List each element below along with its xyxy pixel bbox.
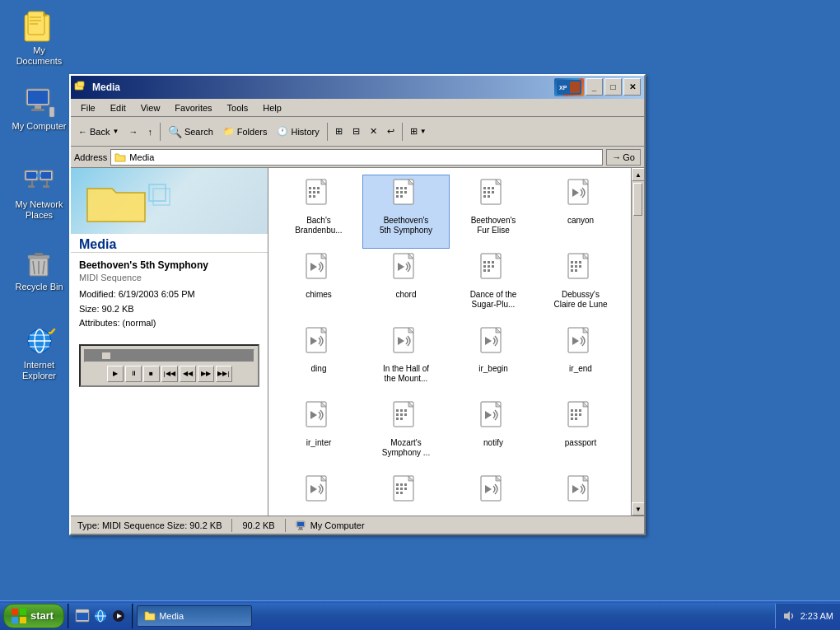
play-button[interactable]: ▶ — [107, 366, 124, 382]
svg-rect-15 — [31, 180, 33, 185]
media-player-ql-button[interactable] — [110, 608, 127, 624]
midi-doc-icon — [478, 253, 508, 287]
menu-tools[interactable]: Tools — [221, 101, 255, 114]
recycle-bin-icon — [23, 246, 56, 279]
player-thumb[interactable] — [101, 352, 111, 360]
scroll-thumb[interactable] — [633, 183, 642, 216]
status-location: My Computer — [292, 520, 368, 531]
folder-icon-small — [114, 152, 126, 163]
desktop-icon-my-computer[interactable]: My Computer — [8, 82, 70, 135]
desktop-icon-network-places[interactable]: My NetworkPlaces — [8, 161, 70, 224]
history-button[interactable]: 🕐 History — [273, 121, 323, 142]
fast-forward-button[interactable]: ▶▶ — [198, 366, 214, 382]
file-item[interactable]: ir_inter — [275, 397, 362, 471]
menu-favorites[interactable]: Favorites — [168, 101, 218, 114]
midi-audio-icon — [478, 327, 508, 362]
file-item[interactable]: Beethoven'sFur Elise — [450, 175, 537, 249]
skip-forward-button[interactable]: ▶▶| — [216, 366, 232, 382]
scrollbar[interactable]: ▲ ▼ — [631, 168, 644, 516]
file-item[interactable]: canyon — [537, 175, 624, 249]
midi-doc-icon — [566, 253, 595, 287]
rewind-button[interactable]: ◀◀ — [180, 366, 196, 382]
close-button[interactable]: ✕ — [623, 78, 641, 96]
file-item[interactable]: ... — [362, 471, 450, 516]
midi-doc-icon — [304, 179, 334, 213]
svg-rect-4 — [30, 23, 38, 25]
desktop-icon-recycle-bin[interactable]: Recycle Bin — [8, 243, 70, 296]
svg-rect-58 — [483, 187, 486, 189]
stop-button[interactable]: ■ — [143, 366, 160, 382]
move-to-button[interactable]: ⊞ — [331, 121, 347, 142]
file-item[interactable]: In the Hall ofthe Mount... — [362, 323, 450, 397]
svg-rect-78 — [488, 261, 490, 264]
file-name: canyon — [567, 216, 594, 226]
search-icon: 🔍 — [168, 125, 182, 138]
show-desktop-ql-button[interactable] — [74, 608, 91, 624]
ie-label: InternetExplorer — [22, 360, 56, 381]
volume-icon[interactable] — [782, 609, 796, 623]
menu-edit[interactable]: Edit — [104, 101, 133, 114]
file-item[interactable]: ir_end — [537, 323, 624, 397]
svg-rect-132 — [575, 418, 577, 420]
taskbar-item-media[interactable]: Media — [137, 605, 252, 627]
pause-button[interactable]: ⏸ — [125, 366, 142, 382]
file-icon-wrapper — [304, 475, 334, 510]
file-item[interactable]: ir_begin — [450, 323, 537, 397]
svg-rect-157 — [20, 609, 26, 615]
forward-button[interactable]: → — [124, 121, 142, 142]
file-item[interactable]: passport — [537, 397, 624, 471]
midi-doc-icon — [566, 401, 595, 436]
file-item[interactable]: Dance of theSugar-Plu... — [450, 249, 537, 323]
views-button[interactable]: ⊞ ▼ — [406, 121, 431, 142]
svg-rect-54 — [396, 195, 399, 198]
go-label: Go — [623, 152, 635, 162]
undo-button[interactable]: ↩ — [383, 121, 399, 142]
maximize-button[interactable]: □ — [604, 78, 622, 96]
svg-rect-112 — [396, 409, 399, 412]
toolbar: ← Back ▼ → ↑ 🔍 Search 📁 Folders 🕐 Histor — [71, 117, 644, 147]
file-item[interactable]: chord — [362, 249, 450, 323]
file-item[interactable]: notify — [450, 397, 537, 471]
up-button[interactable]: ↑ — [143, 121, 156, 142]
address-label: Address — [74, 152, 107, 162]
scroll-up-button[interactable]: ▲ — [632, 168, 644, 181]
svg-rect-60 — [492, 187, 494, 189]
menu-view[interactable]: View — [134, 101, 167, 114]
minimize-button[interactable]: _ — [586, 78, 603, 96]
svg-rect-35 — [153, 189, 170, 205]
file-item[interactable]: Bach'sBrandenbu... — [275, 175, 362, 249]
menu-file[interactable]: File — [74, 101, 102, 114]
file-item[interactable]: ... — [537, 471, 624, 516]
desktop-icon-ie[interactable]: InternetExplorer — [8, 321, 70, 385]
history-icon: 🕐 — [277, 126, 288, 137]
player-controls: ▶ ⏸ ■ |◀◀ ◀◀ ▶▶ ▶▶| — [84, 366, 254, 382]
start-button[interactable]: start — [3, 604, 64, 628]
ie-ql-button[interactable] — [92, 608, 109, 624]
file-icon-wrapper — [304, 253, 334, 287]
file-item[interactable]: Mozart'sSymphony ... — [362, 397, 450, 471]
scroll-track-area[interactable] — [632, 181, 644, 502]
desktop-icon-my-documents[interactable]: My Documents — [8, 7, 70, 70]
file-item[interactable]: ... — [450, 471, 537, 516]
folders-button[interactable]: 📁 Folders — [219, 121, 272, 142]
copy-to-button[interactable]: ⊟ — [348, 121, 364, 142]
back-button[interactable]: ← Back ▼ — [74, 121, 123, 142]
go-button[interactable]: → Go — [606, 149, 641, 166]
address-input[interactable]: Media — [110, 149, 603, 166]
scroll-down-button[interactable]: ▼ — [632, 502, 644, 516]
delete-button[interactable]: ✕ — [366, 121, 381, 142]
file-item[interactable]: ding — [275, 323, 362, 397]
file-item[interactable]: Debussy'sClaire de Lune — [537, 249, 624, 323]
player-progress-bar[interactable] — [84, 349, 254, 362]
skip-back-button[interactable]: |◀◀ — [161, 366, 178, 382]
menu-help[interactable]: Help — [256, 101, 288, 114]
file-item[interactable]: chimes — [275, 249, 362, 323]
file-item[interactable]: Beethoven's5th Symphony — [362, 175, 450, 249]
move-icon: ⊞ — [335, 126, 343, 137]
search-button[interactable]: 🔍 Search — [164, 121, 217, 142]
midi-doc-icon — [391, 401, 421, 436]
svg-text:XP: XP — [559, 85, 567, 91]
file-item[interactable]: ... — [275, 471, 362, 516]
file-name: Beethoven's5th Symphony — [380, 216, 432, 236]
status-text: Type: MIDI Sequence Size: 90.2 KB — [77, 520, 222, 530]
